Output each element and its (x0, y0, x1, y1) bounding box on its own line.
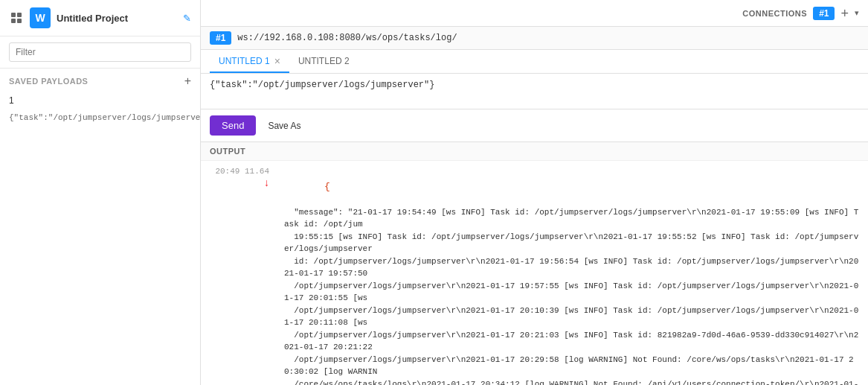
payload-editor (201, 74, 868, 109)
sidebar-header: W Untitled Project ✎ (0, 0, 200, 36)
tab-untitled-1[interactable]: UNTITLED 1 × (210, 50, 289, 73)
saved-payloads-label: SAVED PAYLOADS (9, 77, 88, 86)
tab-label-2: UNTITLED 2 (298, 56, 350, 66)
tab-untitled-2[interactable]: UNTITLED 2 (289, 50, 359, 73)
output-header: OUTPUT (201, 142, 868, 161)
output-section: OUTPUT 20:49 11.64 ↓ { "message": "21-01… (201, 142, 868, 385)
saved-payloads-section: SAVED PAYLOADS + (0, 69, 200, 91)
save-as-button[interactable]: Save As (262, 118, 306, 134)
grid-icon[interactable] (9, 10, 24, 25)
url-badge: #1 (210, 31, 231, 45)
add-connection-button[interactable]: + (840, 7, 849, 20)
app-icon: W (30, 7, 51, 28)
tabs-area: UNTITLED 1 × UNTITLED 2 (201, 50, 868, 74)
entry-meta-1: 20:49 11.64 ↓ (210, 167, 269, 188)
connection-badge[interactable]: #1 (813, 7, 835, 20)
entry-content-1: { "message": "21-01-17 19:54:49 [ws INFO… (275, 167, 859, 385)
main-area: CONNECTIONS #1 + ▾ #1 UNTITLED 1 × UNTIT… (201, 0, 868, 385)
output-entry-1: 20:49 11.64 ↓ { "message": "21-01-17 19:… (201, 164, 868, 385)
payload-value-1: {"task":"/opt/jumpserver/logs/jumpserver… (0, 110, 200, 125)
payload-item-1[interactable]: 1 (0, 91, 200, 110)
payload-number: 1 (9, 95, 14, 106)
sidebar: W Untitled Project ✎ SAVED PAYLOADS + 1 … (0, 0, 201, 385)
entry-text-1: "message": "21-01-17 19:54:49 [ws INFO] … (275, 206, 859, 386)
action-bar: Send Save As (201, 109, 868, 142)
svg-rect-3 (17, 19, 22, 23)
filter-input[interactable] (9, 42, 191, 62)
tab-close-1[interactable]: × (274, 56, 280, 66)
tab-label-1: UNTITLED 1 (219, 56, 270, 66)
url-input[interactable] (237, 33, 859, 43)
svg-rect-1 (17, 13, 22, 17)
connections-label: CONNECTIONS (742, 9, 807, 18)
edit-icon[interactable]: ✎ (183, 13, 191, 24)
payload-textarea[interactable] (210, 80, 859, 101)
output-entries[interactable]: 20:49 11.64 ↓ { "message": "21-01-17 19:… (201, 161, 868, 385)
svg-rect-0 (11, 13, 16, 17)
urlbar: #1 (201, 27, 868, 50)
project-title: Untitled Project (57, 13, 177, 24)
filter-area (0, 36, 200, 69)
svg-rect-2 (11, 19, 16, 23)
connection-dropdown[interactable]: ▾ (855, 8, 859, 18)
entry-arrow-down-1: ↓ (264, 177, 269, 188)
add-payload-button[interactable]: + (184, 74, 191, 88)
send-button[interactable]: Send (210, 115, 256, 136)
topbar: CONNECTIONS #1 + ▾ (201, 0, 868, 27)
entry-time-1: 20:49 11.64 (215, 167, 269, 176)
